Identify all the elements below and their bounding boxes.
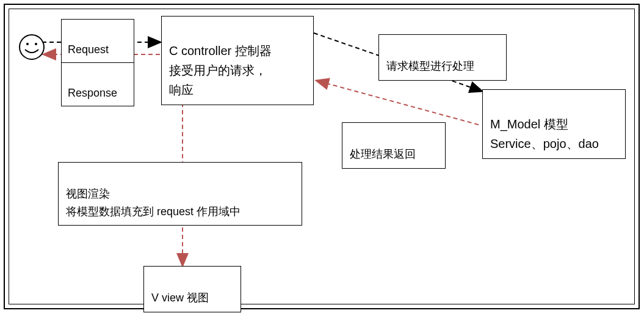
model-text: M_Model 模型 Service、pojo、dao — [490, 117, 599, 150]
view-box: V view 视图 — [143, 266, 241, 312]
view-render-box: 视图渲染 将模型数据填充到 request 作用域中 — [58, 162, 302, 226]
view-text: V view 视图 — [151, 292, 209, 304]
model-return-text: 处理结果返回 — [350, 148, 416, 160]
response-box: Response — [61, 62, 134, 106]
response-label: Response — [68, 87, 117, 99]
model-return-box: 处理结果返回 — [342, 122, 446, 169]
model-request-box: 请求模型进行处理 — [378, 34, 507, 81]
svg-point-0 — [20, 35, 44, 59]
model-box: M_Model 模型 Service、pojo、dao — [482, 89, 626, 159]
model-request-text: 请求模型进行处理 — [386, 60, 474, 72]
controller-box: C controller 控制器 接受用户的请求， 响应 — [161, 16, 314, 105]
svg-point-2 — [35, 43, 37, 45]
request-box: Request — [61, 19, 134, 63]
request-label: Request — [68, 43, 109, 56]
controller-text: C controller 控制器 接受用户的请求， 响应 — [169, 44, 272, 97]
view-render-text: 视图渲染 将模型数据填充到 request 作用域中 — [66, 188, 241, 218]
svg-point-1 — [26, 43, 29, 45]
user-smiley-icon — [18, 34, 45, 63]
